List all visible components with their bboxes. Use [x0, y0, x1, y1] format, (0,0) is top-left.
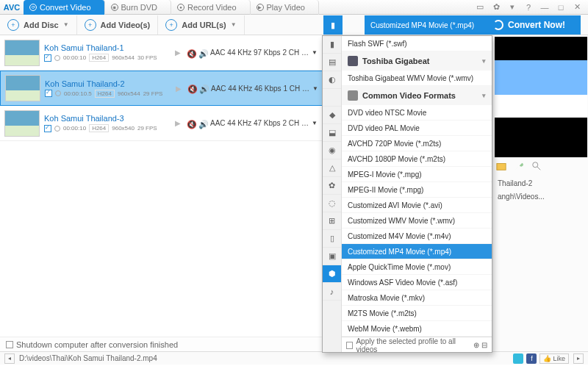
video-title: Koh Samui Thailand-1 [44, 43, 169, 52]
speaker-icon[interactable]: 🔊 [199, 85, 207, 92]
button-label: Add Disc [24, 21, 59, 29]
profile-option[interactable]: MPEG-II Movie (*.mpg) [342, 182, 492, 198]
chevron-down-icon: ▼ [63, 21, 69, 28]
svg-line-2 [537, 167, 540, 170]
convert-now-button[interactable]: Convert Now! [478, 15, 581, 35]
profile-option[interactable]: MPEG-I Movie (*.mpg) [342, 167, 492, 182]
cat-audio-icon[interactable]: ♪ [323, 283, 341, 301]
add-disc-button[interactable]: +Add Disc▼ [0, 15, 77, 35]
tab-burn-dvd[interactable]: ◉Burn DVD [105, 0, 172, 15]
button-label: Add Video(s) [101, 21, 151, 29]
button-label: Convert Now! [508, 20, 565, 30]
maximize-icon[interactable]: □ [556, 2, 566, 12]
close-icon[interactable]: ✕ [572, 2, 582, 12]
cat-video-icon[interactable]: ▮ [323, 36, 341, 54]
cat-tv-icon[interactable]: ▣ [323, 248, 341, 265]
tab-play-video[interactable]: ▶Play Video [251, 0, 319, 15]
mute-icon[interactable]: 🔇 [187, 49, 194, 57]
video-duration: 00:00:10 [63, 54, 86, 61]
profile-option[interactable]: AVCHD 720P Movie (*.m2ts) [342, 136, 492, 151]
output-profile-selector[interactable]: Customized MP4 Movie (*.mp4) ▼ [365, 15, 494, 35]
svg-rect-0 [497, 164, 506, 170]
audio-info: AAC 44 KHz 47 Kbps 2 CH …▼ [210, 119, 318, 127]
profile-option[interactable]: Apple QuickTime Movie (*.mov) [342, 259, 492, 275]
like-button[interactable]: 👍Like [539, 353, 569, 364]
apply-all-label: Apply the selected profile to all videos [356, 337, 470, 353]
video-checkbox[interactable] [44, 125, 51, 132]
cat-ps-icon[interactable]: △ [323, 159, 341, 177]
mute-icon[interactable]: 🔇 [187, 85, 195, 92]
audio-info: AAC 44 KHz 97 Kbps 2 CH …▼ [210, 49, 318, 57]
speaker-icon[interactable]: 🔊 [198, 120, 206, 127]
video-title: Koh Samui Thailand-2 [45, 79, 170, 88]
cat-huawei-icon[interactable]: ✿ [323, 177, 341, 195]
cat-phone-icon[interactable]: ▯ [323, 230, 341, 248]
apply-all-checkbox[interactable] [346, 342, 353, 349]
cat-windows-icon[interactable]: ⊞ [323, 212, 341, 230]
info-path: angh\Videos... [498, 190, 584, 203]
profile-option[interactable]: WebM Movie (*.webm) [342, 321, 492, 337]
copy-icon[interactable]: ⊕ [473, 341, 479, 349]
cat-html5-icon[interactable]: ⬢ [323, 265, 341, 283]
mute-icon[interactable]: 🔇 [187, 120, 194, 127]
settings-icon[interactable]: ✿ [491, 2, 501, 12]
profile-option[interactable]: M2TS Movie (*.m2ts) [342, 306, 492, 321]
profile-option[interactable]: Flash SWF (*.swf) [342, 36, 492, 51]
cat-lg-icon[interactable]: ◌ [323, 195, 341, 212]
profile-option[interactable]: AVCHD 1080P Movie (*.m2ts) [342, 151, 492, 167]
video-codec: H264 [95, 90, 115, 98]
facebook-icon[interactable]: f [526, 353, 537, 364]
cat-wm-icon[interactable]: ⬓ [323, 124, 341, 142]
help-icon[interactable]: ? [523, 2, 534, 12]
chevron-down-icon: ▼ [231, 21, 237, 28]
clock-icon [54, 55, 60, 61]
wrench-icon[interactable] [514, 161, 524, 171]
profile-option[interactable]: Windows ASF Video Movie (*.asf) [342, 275, 492, 290]
profile-option[interactable]: DVD video NTSC Movie [342, 105, 492, 121]
profile-category-icon[interactable]: ▮ [323, 15, 343, 35]
minimize-icon[interactable]: — [539, 2, 550, 12]
video-checkbox[interactable] [45, 90, 52, 97]
cat-doc-icon[interactable]: ▤ [323, 54, 341, 71]
convert-icon [493, 20, 503, 30]
next-button[interactable]: ▸ [573, 353, 584, 364]
video-codec: H264 [89, 54, 109, 62]
tab-record-video[interactable]: ●Record Video [171, 0, 250, 15]
twitter-icon[interactable] [513, 353, 523, 364]
video-fps: 29 FPS [143, 90, 163, 97]
prev-button[interactable]: ◂ [4, 353, 15, 364]
profile-option[interactable]: DVD video PAL Movie [342, 121, 492, 136]
window-icon[interactable]: ▭ [475, 2, 485, 12]
speaker-icon[interactable]: 🔊 [198, 49, 206, 57]
cat-apple-icon[interactable] [323, 89, 341, 107]
profile-option[interactable]: Customized WMV Movie (*.wmv) [342, 213, 492, 229]
add-videos-button[interactable]: +Add Video(s) [77, 15, 159, 35]
profile-option[interactable]: Customized M4V Movie (*.m4v) [342, 229, 492, 244]
profile-section-header[interactable]: Common Video Formats▾ [342, 86, 492, 105]
chevron-down-icon: ▾ [482, 92, 486, 99]
video-fps: 29 FPS [137, 125, 157, 132]
profile-selected-label: Customized MP4 Movie (*.mp4) [370, 21, 474, 29]
profile-section-header[interactable]: Toshiba Gigabeat▾ [342, 51, 492, 71]
cat-android-icon[interactable]: ◉ [323, 142, 341, 159]
video-checkbox[interactable] [44, 54, 51, 62]
tab-label: Record Video [187, 3, 236, 12]
add-urls-button[interactable]: +Add URL(s)▼ [158, 15, 244, 35]
dropdown-icon[interactable]: ▾ [507, 2, 517, 12]
shutdown-checkbox[interactable] [6, 341, 13, 348]
tab-label: Burn DVD [121, 3, 158, 12]
profile-option[interactable]: Customized MP4 Movie (*.mp4) [342, 244, 492, 259]
folder-icon[interactable] [496, 161, 506, 171]
save-icon[interactable]: ⊟ [481, 341, 487, 349]
svg-point-1 [533, 162, 538, 168]
cat-samsung-icon[interactable]: ◆ [323, 107, 341, 124]
profile-option[interactable]: Matroska Movie (*.mkv) [342, 290, 492, 306]
cat-swf-icon[interactable]: ◐ [323, 71, 341, 89]
tab-convert-video[interactable]: ⟳Convert Video [24, 0, 105, 15]
profile-option[interactable]: Customized AVI Movie (*.avi) [342, 198, 492, 213]
video-title: Koh Samui Thailand-3 [44, 114, 169, 123]
profile-option[interactable]: Toshiba Gigabeat WMV Movie (*.wmv) [342, 71, 492, 86]
globe-plus-icon: + [165, 19, 177, 31]
search-icon[interactable] [531, 161, 542, 171]
clock-icon [54, 126, 60, 132]
